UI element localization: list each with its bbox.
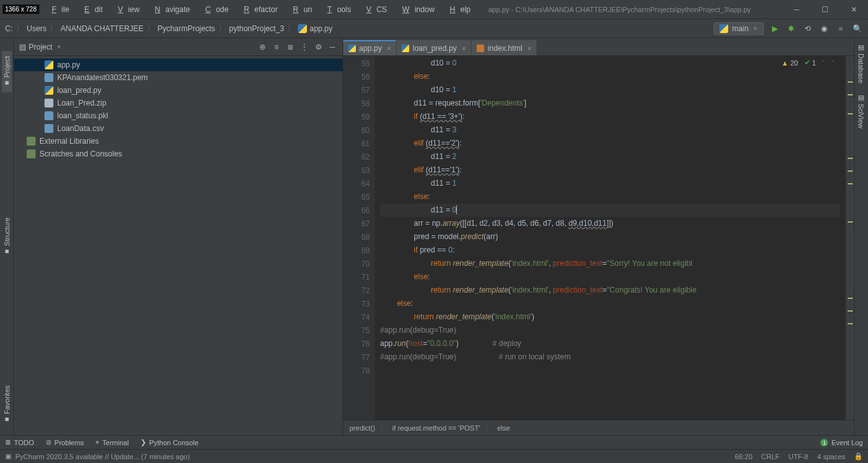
event-log-label: Event Log [831, 439, 863, 446]
menu-tools[interactable]: Tools [317, 0, 356, 18]
navbar: C:〉Users〉ANANDA CHATTERJEE〉PycharmProjec… [0, 19, 868, 38]
stop-button[interactable]: ■ [835, 23, 846, 34]
run-with-coverage-button[interactable]: ⟲ [802, 23, 813, 34]
run-button[interactable]: ▶ [769, 23, 780, 34]
tool-python-console[interactable]: ❯Python Console [140, 438, 199, 446]
close-button[interactable]: ✕ [839, 0, 868, 18]
error-stripe[interactable] [845, 56, 854, 420]
chevron-down-icon: ▼ [752, 25, 758, 32]
tool-terminal[interactable]: ⌖Terminal [95, 438, 129, 446]
close-tab-icon[interactable]: × [462, 45, 466, 52]
close-tab-icon[interactable]: × [527, 45, 531, 52]
gear-icon[interactable]: ⚙ [313, 42, 323, 52]
tree-item-label: app.py [57, 60, 80, 69]
locate-icon[interactable]: ⊕ [257, 42, 268, 52]
breadcrumb-segment[interactable]: pythonProject_3 [229, 24, 285, 33]
debug-button[interactable]: ✱ [785, 23, 797, 34]
tool-tab-database[interactable]: ▤ Database [856, 38, 867, 88]
chevron-up-icon[interactable]: ˄ [822, 59, 825, 67]
profile-button[interactable]: ◉ [818, 23, 830, 34]
maximize-button[interactable]: ☐ [811, 0, 839, 18]
chevron-down-icon[interactable]: ▼ [56, 44, 62, 50]
menu-edit[interactable]: Edit [74, 0, 108, 18]
titlebar: 868 x 463 FileEditViewNavigateCodeRefac… [0, 0, 868, 19]
breadcrumb-segment[interactable]: PycharmProjects [158, 24, 215, 33]
menu-run[interactable]: Run [283, 0, 317, 18]
sidebar-header: ▤ Project ▼ ⊕ ≡ ≣ ⋮ ⚙ ─ [14, 38, 342, 56]
left-tool-stripe: ■ Project■ Structure■ Favorites [0, 38, 14, 435]
close-tab-icon[interactable]: × [387, 45, 391, 52]
file-icon [477, 45, 484, 52]
ide-icon[interactable]: ▣ [5, 452, 11, 460]
menu-file[interactable]: File [42, 0, 74, 18]
breadcrumb-segment[interactable]: Users [27, 24, 46, 33]
tab-label: index.html [487, 44, 522, 53]
tool-todo[interactable]: ≣TODO [5, 438, 34, 446]
lock-icon[interactable]: 🔒 [854, 452, 863, 460]
file-icon [348, 45, 356, 52]
breadcrumb-segment[interactable]: C: [5, 24, 13, 33]
expand-all-icon[interactable]: ≡ [271, 42, 281, 52]
dimension-badge: 868 x 463 [3, 4, 39, 14]
check-count: 1 [812, 59, 816, 67]
bottom-toolbar: ≣TODO⊘Problems⌖Terminal❯Python Console 1… [0, 435, 868, 449]
tree-item[interactable]: app.py [14, 59, 342, 71]
tree-item[interactable]: Loan_Pred.zip [14, 97, 342, 109]
right-tool-stripe: ▤ Database▤ SciView [854, 38, 868, 435]
collapse-all-icon[interactable]: ≣ [285, 42, 295, 52]
breadcrumb-segment[interactable]: app.py [309, 24, 332, 33]
tool-problems[interactable]: ⊘Problems [46, 438, 84, 446]
menu-navigate[interactable]: Navigate [145, 0, 195, 18]
indent-info[interactable]: 4 spaces [817, 453, 845, 460]
menu-vcs[interactable]: VCS [356, 0, 392, 18]
code-breadcrumb-segment[interactable]: predict() [349, 424, 375, 432]
editor-tab[interactable]: app.py× [343, 40, 396, 55]
divider-icon: ⋮ [299, 42, 309, 52]
tree-item-label: loan_status.pkl [57, 111, 108, 120]
file-icon [44, 86, 53, 95]
tool-tab-project[interactable]: ■ Project [2, 51, 12, 92]
menu-window[interactable]: Window [392, 0, 440, 18]
chevron-down-icon[interactable]: ˅ [832, 59, 835, 67]
tool-tab-favorites[interactable]: ■ Favorites [2, 380, 12, 429]
menu-refactor[interactable]: Refactor [234, 0, 283, 18]
editor-tab[interactable]: index.html× [471, 40, 536, 55]
breadcrumb-segment[interactable]: ANANDA CHATTERJEE [60, 24, 143, 33]
code-breadcrumb-segment[interactable]: if request.method == 'POST' [392, 424, 480, 432]
tree-item[interactable]: KPAnandatest030321.pem [14, 71, 342, 84]
hide-icon[interactable]: ─ [327, 42, 337, 52]
line-gutter: 5556575859606162636465666768697071727374… [343, 56, 375, 420]
code-breadcrumb[interactable]: predict()〉if request.method == 'POST'〉el… [343, 420, 854, 435]
line-separator[interactable]: CRLF [761, 453, 780, 460]
minimize-button[interactable]: ─ [782, 0, 811, 18]
menu-view[interactable]: View [108, 0, 145, 18]
menu-help[interactable]: Help [440, 0, 476, 18]
event-log-button[interactable]: 1 Event Log [820, 439, 863, 446]
tool-tab-sciview[interactable]: ▤ SciView [856, 88, 867, 134]
encoding[interactable]: UTF-8 [789, 453, 808, 460]
tree-item[interactable]: loan_status.pkl [14, 109, 342, 122]
sidebar-title: Project [29, 43, 52, 52]
tree-item[interactable]: Scratches and Consoles [14, 148, 342, 160]
file-icon [44, 124, 53, 133]
update-notification[interactable]: PyCharm 2020.3.5 available // Update... … [15, 453, 190, 460]
code-editor[interactable]: d10 = 0 else: d10 = 1 d11 = request.form… [375, 56, 845, 420]
tool-tab-structure[interactable]: ■ Structure [2, 212, 12, 261]
path-breadcrumb[interactable]: C:〉Users〉ANANDA CHATTERJEE〉PycharmProjec… [5, 23, 332, 34]
code-breadcrumb-segment[interactable]: else [497, 424, 510, 432]
editor-tab[interactable]: loan_pred.py× [397, 40, 471, 55]
project-tree[interactable]: app.pyKPAnandatest030321.pemloan_pred.py… [14, 56, 342, 163]
tree-item[interactable]: loan_pred.py [14, 84, 342, 97]
run-config-selector[interactable]: main ▼ [714, 22, 764, 35]
search-everywhere-button[interactable]: 🔍 [851, 23, 863, 34]
tree-item-label: Loan_Pred.zip [57, 99, 106, 107]
python-icon [719, 24, 728, 33]
menu-code[interactable]: Code [195, 0, 234, 18]
tree-item[interactable]: LoanData.csv [14, 122, 342, 135]
tree-item[interactable]: External Libraries [14, 135, 342, 148]
tree-item-label: Scratches and Consoles [39, 149, 122, 158]
tree-item-label: LoanData.csv [57, 124, 104, 133]
file-icon [44, 99, 53, 107]
caret-position[interactable]: 66:20 [735, 453, 753, 460]
inspection-widget[interactable]: ▲20 ✔1 ˄ ˅ [782, 59, 835, 67]
